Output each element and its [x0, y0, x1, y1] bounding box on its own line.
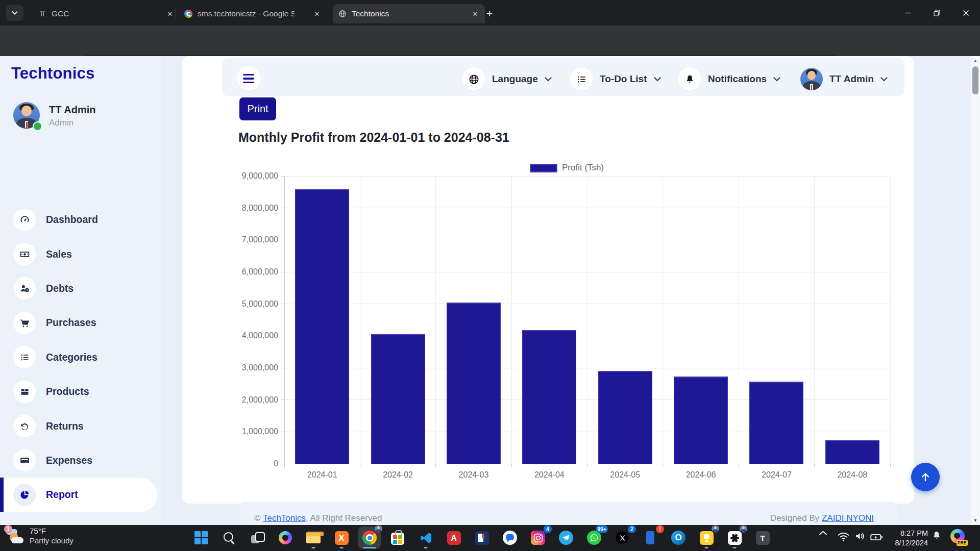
scroll-up-icon[interactable]: ▲ [971, 58, 980, 63]
taskbar-copilot-icon[interactable] [274, 527, 297, 549]
footer-copyright: © TechTonics. All Right Reserved [254, 513, 382, 523]
weather-widget[interactable]: 1 75°F Partly cloudy [5, 526, 74, 546]
techtonics-link[interactable]: TechTonics [263, 513, 306, 523]
sidebar-item-expenses[interactable]: Expenses [0, 443, 161, 478]
notifications-label: Notifications [708, 73, 767, 85]
window-restore-button[interactable] [925, 0, 949, 26]
taskbar-x-twitter-icon[interactable]: 2 [611, 527, 633, 549]
tab-search-button[interactable] [6, 5, 23, 21]
taskbar-outlook-icon[interactable]: O [667, 527, 690, 549]
gauge-icon [13, 209, 36, 231]
taskbar-microsoft-store-icon[interactable] [386, 527, 409, 549]
windows-taskbar: 1 75°F Partly cloudy XA499+2!OT 8:27 PM … [0, 525, 980, 551]
page-scrollbar[interactable]: ▲ ▼ [971, 56, 980, 525]
taskbar-start-button-icon[interactable] [190, 527, 212, 549]
sidebar-item-products[interactable]: Products [0, 374, 161, 409]
taskbar-task-view-icon[interactable] [246, 527, 268, 549]
designer-link[interactable]: ZAIDI NYONI [822, 513, 874, 523]
taskbar-reader-app-icon[interactable] [471, 527, 493, 549]
todo-list-menu[interactable]: To-Do List [570, 67, 661, 91]
weather-condition: Partly cloudy [30, 536, 74, 546]
sidebar-item-categories[interactable]: Categories [0, 340, 161, 374]
notifications-menu[interactable]: Notifications [678, 67, 780, 91]
taskbar-alert-app-icon[interactable]: ! [639, 527, 662, 549]
undo-icon [13, 415, 36, 437]
language-menu[interactable]: Language [462, 67, 552, 91]
online-status-dot [33, 121, 42, 131]
brand-logo[interactable]: Techtonics [11, 64, 94, 83]
money-icon [13, 243, 36, 265]
sidebar-item-label: Categories [46, 352, 97, 363]
chart-legend: Profit (Tsh) [530, 163, 604, 173]
taskbar-phone-link-icon[interactable] [499, 527, 521, 549]
legend-label: Profit (Tsh) [562, 163, 604, 173]
todo-label: To-Do List [600, 73, 647, 85]
taskbar-file-explorer-icon[interactable] [302, 527, 325, 549]
notification-bell-icon[interactable] [931, 530, 942, 541]
window-close-button[interactable] [954, 0, 978, 26]
running-indicator [424, 547, 428, 549]
sidebar-item-sales[interactable]: Sales [0, 237, 161, 271]
sidebar-item-debts[interactable]: Debts [0, 271, 161, 306]
footer-designer: Designed By ZAIDI NYONI [770, 513, 874, 523]
taskbar-vs-code-icon[interactable] [414, 527, 437, 549]
taskbar-whatsapp-icon[interactable]: 99+ [583, 527, 605, 549]
wifi-icon[interactable] [837, 530, 850, 543]
taskbar-xampp-icon[interactable]: X [330, 527, 353, 549]
tray-date: 8/12/2024 [886, 538, 928, 548]
taskbar-instagram-icon[interactable]: 4 [527, 527, 549, 549]
menu-toggle-button[interactable] [236, 66, 261, 91]
tab-separator [176, 8, 176, 19]
account-menu[interactable]: TT Admin [800, 67, 888, 91]
sidebar-item-label: Purchases [46, 317, 96, 329]
taskbar-t-app-icon[interactable]: T [751, 527, 774, 549]
bell-icon [678, 67, 701, 91]
account-label: TT Admin [829, 73, 874, 85]
tab-techtonics[interactable]: Techtonics ✕ [333, 4, 485, 23]
taskbar-google-keep-icon[interactable] [695, 527, 718, 549]
sidebar-item-dashboard[interactable]: Dashboard [0, 203, 161, 237]
sidebar-item-report[interactable]: Report [0, 478, 157, 512]
sidebar-item-purchases[interactable]: Purchases [0, 306, 161, 340]
taskbar-acrobat-icon[interactable]: A [443, 527, 465, 549]
close-tab-icon[interactable]: ✕ [312, 9, 322, 18]
close-tab-icon[interactable]: ✕ [165, 9, 175, 18]
profile-avatar-overlay [712, 525, 719, 533]
taskbar-chrome-icon[interactable] [358, 527, 381, 549]
checklist-icon [570, 67, 593, 91]
sidebar-item-label: Report [46, 489, 78, 500]
sidebar-item-returns[interactable]: Returns [0, 409, 161, 443]
window-minimize-button[interactable] [896, 0, 920, 26]
sidebar-item-label: Expenses [46, 455, 92, 466]
volume-icon[interactable] [854, 530, 866, 542]
taskbar-chatgpt-icon[interactable] [723, 527, 746, 549]
copilot-preview-icon[interactable]: PRE [950, 529, 966, 544]
scrollbar-thumb[interactable] [972, 66, 978, 94]
tray-chevron-up-icon[interactable] [819, 530, 827, 536]
notification-badge: 2 [628, 525, 636, 533]
close-tab-icon[interactable]: ✕ [471, 9, 480, 18]
running-indicator [363, 547, 376, 549]
chevron-down-icon [773, 77, 780, 82]
sidebar: Techtonics TT Admin Admin DashboardSales… [0, 56, 161, 525]
new-tab-button[interactable]: + [482, 6, 497, 21]
content-card [182, 56, 914, 504]
chevron-down-icon [880, 77, 888, 82]
tab-google-search[interactable]: sms.techtonicstz - Google Sear ✕ [179, 4, 327, 23]
profile-avatar-overlay [740, 525, 747, 533]
avatar [800, 68, 823, 90]
taskbar-clock[interactable]: 8:27 PM 8/12/2024 [886, 529, 928, 548]
globe-favicon-icon [338, 9, 347, 18]
tab-gcc[interactable]: GCC ✕ [33, 4, 180, 23]
tray-time: 8:27 PM [886, 529, 928, 538]
taskbar-telegram-icon[interactable] [555, 527, 577, 549]
taskbar-taskbar-search-icon[interactable] [218, 527, 240, 549]
user-name: TT Admin [49, 104, 95, 116]
battery-icon[interactable] [870, 530, 884, 544]
scroll-down-icon[interactable]: ▼ [971, 518, 980, 523]
print-button[interactable]: Print [239, 97, 276, 120]
running-indicator [312, 547, 315, 549]
language-label: Language [492, 73, 538, 85]
scroll-to-top-button[interactable] [911, 463, 940, 491]
desktop: GCC ✕ sms.techtonicstz - Google Sear ✕ T… [0, 0, 980, 551]
